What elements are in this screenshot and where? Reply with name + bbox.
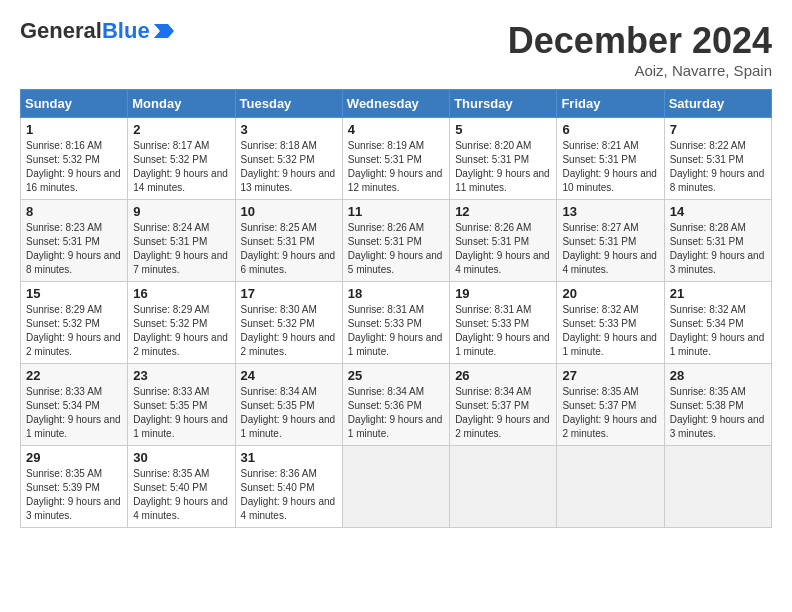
header-thursday: Thursday: [450, 90, 557, 118]
title-section: December 2024 Aoiz, Navarre, Spain: [508, 20, 772, 79]
calendar-cell: 1Sunrise: 8:16 AMSunset: 5:32 PMDaylight…: [21, 118, 128, 200]
day-number: 31: [241, 450, 337, 465]
calendar-cell: 2Sunrise: 8:17 AMSunset: 5:32 PMDaylight…: [128, 118, 235, 200]
calendar-cell: 7Sunrise: 8:22 AMSunset: 5:31 PMDaylight…: [664, 118, 771, 200]
day-info: Sunrise: 8:34 AMSunset: 5:36 PMDaylight:…: [348, 385, 444, 441]
day-info: Sunrise: 8:34 AMSunset: 5:35 PMDaylight:…: [241, 385, 337, 441]
calendar-cell: 20Sunrise: 8:32 AMSunset: 5:33 PMDayligh…: [557, 282, 664, 364]
day-number: 12: [455, 204, 551, 219]
svg-marker-0: [154, 24, 174, 38]
day-info: Sunrise: 8:32 AMSunset: 5:34 PMDaylight:…: [670, 303, 766, 359]
logo-general: General: [20, 18, 102, 43]
calendar-cell: 6Sunrise: 8:21 AMSunset: 5:31 PMDaylight…: [557, 118, 664, 200]
day-number: 8: [26, 204, 122, 219]
calendar-cell: 17Sunrise: 8:30 AMSunset: 5:32 PMDayligh…: [235, 282, 342, 364]
calendar-cell: 9Sunrise: 8:24 AMSunset: 5:31 PMDaylight…: [128, 200, 235, 282]
day-number: 28: [670, 368, 766, 383]
calendar-cell: 10Sunrise: 8:25 AMSunset: 5:31 PMDayligh…: [235, 200, 342, 282]
day-info: Sunrise: 8:23 AMSunset: 5:31 PMDaylight:…: [26, 221, 122, 277]
day-number: 22: [26, 368, 122, 383]
day-info: Sunrise: 8:25 AMSunset: 5:31 PMDaylight:…: [241, 221, 337, 277]
calendar-cell: 14Sunrise: 8:28 AMSunset: 5:31 PMDayligh…: [664, 200, 771, 282]
day-info: Sunrise: 8:26 AMSunset: 5:31 PMDaylight:…: [455, 221, 551, 277]
header-friday: Friday: [557, 90, 664, 118]
logo-blue: Blue: [102, 18, 150, 43]
day-info: Sunrise: 8:33 AMSunset: 5:34 PMDaylight:…: [26, 385, 122, 441]
day-number: 24: [241, 368, 337, 383]
calendar-cell: 29Sunrise: 8:35 AMSunset: 5:39 PMDayligh…: [21, 446, 128, 528]
calendar-cell: 31Sunrise: 8:36 AMSunset: 5:40 PMDayligh…: [235, 446, 342, 528]
day-number: 13: [562, 204, 658, 219]
day-number: 27: [562, 368, 658, 383]
day-info: Sunrise: 8:17 AMSunset: 5:32 PMDaylight:…: [133, 139, 229, 195]
calendar-cell: 5Sunrise: 8:20 AMSunset: 5:31 PMDaylight…: [450, 118, 557, 200]
day-info: Sunrise: 8:35 AMSunset: 5:37 PMDaylight:…: [562, 385, 658, 441]
calendar-week-2: 8Sunrise: 8:23 AMSunset: 5:31 PMDaylight…: [21, 200, 772, 282]
calendar-cell: 24Sunrise: 8:34 AMSunset: 5:35 PMDayligh…: [235, 364, 342, 446]
calendar-cell: 16Sunrise: 8:29 AMSunset: 5:32 PMDayligh…: [128, 282, 235, 364]
day-info: Sunrise: 8:36 AMSunset: 5:40 PMDaylight:…: [241, 467, 337, 523]
page-header: GeneralBlue December 2024 Aoiz, Navarre,…: [20, 20, 772, 79]
calendar-cell: 15Sunrise: 8:29 AMSunset: 5:32 PMDayligh…: [21, 282, 128, 364]
day-number: 18: [348, 286, 444, 301]
day-info: Sunrise: 8:33 AMSunset: 5:35 PMDaylight:…: [133, 385, 229, 441]
calendar-cell: [557, 446, 664, 528]
logo-arrow-icon: [154, 24, 174, 38]
day-number: 21: [670, 286, 766, 301]
day-number: 5: [455, 122, 551, 137]
day-info: Sunrise: 8:19 AMSunset: 5:31 PMDaylight:…: [348, 139, 444, 195]
calendar-week-4: 22Sunrise: 8:33 AMSunset: 5:34 PMDayligh…: [21, 364, 772, 446]
calendar-cell: 26Sunrise: 8:34 AMSunset: 5:37 PMDayligh…: [450, 364, 557, 446]
calendar-cell: 18Sunrise: 8:31 AMSunset: 5:33 PMDayligh…: [342, 282, 449, 364]
header-sunday: Sunday: [21, 90, 128, 118]
header-tuesday: Tuesday: [235, 90, 342, 118]
day-number: 7: [670, 122, 766, 137]
day-info: Sunrise: 8:31 AMSunset: 5:33 PMDaylight:…: [348, 303, 444, 359]
day-number: 1: [26, 122, 122, 137]
calendar-week-1: 1Sunrise: 8:16 AMSunset: 5:32 PMDaylight…: [21, 118, 772, 200]
day-info: Sunrise: 8:26 AMSunset: 5:31 PMDaylight:…: [348, 221, 444, 277]
day-number: 20: [562, 286, 658, 301]
day-number: 23: [133, 368, 229, 383]
calendar-cell: 19Sunrise: 8:31 AMSunset: 5:33 PMDayligh…: [450, 282, 557, 364]
calendar-cell: [450, 446, 557, 528]
day-info: Sunrise: 8:20 AMSunset: 5:31 PMDaylight:…: [455, 139, 551, 195]
calendar-table: SundayMondayTuesdayWednesdayThursdayFrid…: [20, 89, 772, 528]
day-number: 11: [348, 204, 444, 219]
logo-text: GeneralBlue: [20, 20, 150, 42]
calendar-cell: [664, 446, 771, 528]
day-info: Sunrise: 8:32 AMSunset: 5:33 PMDaylight:…: [562, 303, 658, 359]
day-number: 19: [455, 286, 551, 301]
calendar-cell: 3Sunrise: 8:18 AMSunset: 5:32 PMDaylight…: [235, 118, 342, 200]
day-info: Sunrise: 8:29 AMSunset: 5:32 PMDaylight:…: [26, 303, 122, 359]
calendar-cell: [342, 446, 449, 528]
calendar-cell: 8Sunrise: 8:23 AMSunset: 5:31 PMDaylight…: [21, 200, 128, 282]
day-info: Sunrise: 8:29 AMSunset: 5:32 PMDaylight:…: [133, 303, 229, 359]
calendar-cell: 23Sunrise: 8:33 AMSunset: 5:35 PMDayligh…: [128, 364, 235, 446]
day-info: Sunrise: 8:35 AMSunset: 5:38 PMDaylight:…: [670, 385, 766, 441]
day-info: Sunrise: 8:18 AMSunset: 5:32 PMDaylight:…: [241, 139, 337, 195]
day-number: 26: [455, 368, 551, 383]
day-info: Sunrise: 8:16 AMSunset: 5:32 PMDaylight:…: [26, 139, 122, 195]
day-number: 29: [26, 450, 122, 465]
day-number: 2: [133, 122, 229, 137]
logo: GeneralBlue: [20, 20, 174, 42]
header-saturday: Saturday: [664, 90, 771, 118]
month-title: December 2024: [508, 20, 772, 62]
location: Aoiz, Navarre, Spain: [508, 62, 772, 79]
calendar-header-row: SundayMondayTuesdayWednesdayThursdayFrid…: [21, 90, 772, 118]
calendar-cell: 21Sunrise: 8:32 AMSunset: 5:34 PMDayligh…: [664, 282, 771, 364]
calendar-cell: 22Sunrise: 8:33 AMSunset: 5:34 PMDayligh…: [21, 364, 128, 446]
day-number: 30: [133, 450, 229, 465]
day-info: Sunrise: 8:30 AMSunset: 5:32 PMDaylight:…: [241, 303, 337, 359]
calendar-week-5: 29Sunrise: 8:35 AMSunset: 5:39 PMDayligh…: [21, 446, 772, 528]
day-info: Sunrise: 8:35 AMSunset: 5:39 PMDaylight:…: [26, 467, 122, 523]
day-info: Sunrise: 8:24 AMSunset: 5:31 PMDaylight:…: [133, 221, 229, 277]
calendar-cell: 30Sunrise: 8:35 AMSunset: 5:40 PMDayligh…: [128, 446, 235, 528]
day-number: 3: [241, 122, 337, 137]
calendar-cell: 28Sunrise: 8:35 AMSunset: 5:38 PMDayligh…: [664, 364, 771, 446]
day-number: 25: [348, 368, 444, 383]
calendar-cell: 4Sunrise: 8:19 AMSunset: 5:31 PMDaylight…: [342, 118, 449, 200]
calendar-cell: 11Sunrise: 8:26 AMSunset: 5:31 PMDayligh…: [342, 200, 449, 282]
header-wednesday: Wednesday: [342, 90, 449, 118]
